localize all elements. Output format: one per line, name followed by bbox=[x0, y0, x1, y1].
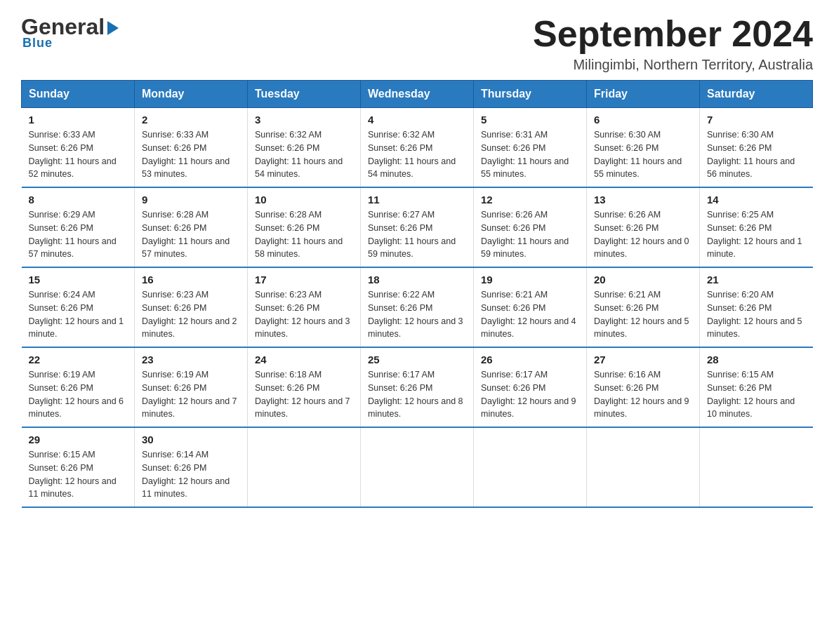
day-number: 4 bbox=[368, 114, 466, 126]
calendar-day-cell: 11Sunrise: 6:27 AMSunset: 6:26 PMDayligh… bbox=[361, 187, 474, 267]
calendar-week-row: 1Sunrise: 6:33 AMSunset: 6:26 PMDaylight… bbox=[22, 108, 813, 188]
calendar-day-cell: 15Sunrise: 6:24 AMSunset: 6:26 PMDayligh… bbox=[22, 267, 135, 347]
day-info: Sunrise: 6:19 AMSunset: 6:26 PMDaylight:… bbox=[142, 368, 240, 421]
day-number: 13 bbox=[594, 194, 692, 206]
day-info: Sunrise: 6:20 AMSunset: 6:26 PMDaylight:… bbox=[707, 288, 806, 341]
calendar-day-cell: 29Sunrise: 6:15 AMSunset: 6:26 PMDayligh… bbox=[22, 427, 135, 507]
day-info: Sunrise: 6:30 AMSunset: 6:26 PMDaylight:… bbox=[594, 128, 692, 181]
calendar-week-row: 8Sunrise: 6:29 AMSunset: 6:26 PMDaylight… bbox=[22, 187, 813, 267]
calendar-day-cell: 1Sunrise: 6:33 AMSunset: 6:26 PMDaylight… bbox=[22, 108, 135, 188]
day-number: 7 bbox=[707, 114, 806, 126]
day-info: Sunrise: 6:14 AMSunset: 6:26 PMDaylight:… bbox=[142, 448, 240, 501]
calendar-day-cell bbox=[361, 427, 474, 507]
calendar-day-cell: 18Sunrise: 6:22 AMSunset: 6:26 PMDayligh… bbox=[361, 267, 474, 347]
calendar-day-cell: 7Sunrise: 6:30 AMSunset: 6:26 PMDaylight… bbox=[700, 108, 813, 188]
calendar-day-cell bbox=[587, 427, 700, 507]
calendar-day-cell: 4Sunrise: 6:32 AMSunset: 6:26 PMDaylight… bbox=[361, 108, 474, 188]
calendar-day-cell: 3Sunrise: 6:32 AMSunset: 6:26 PMDaylight… bbox=[248, 108, 361, 188]
calendar-header-row: Sunday Monday Tuesday Wednesday Thursday… bbox=[22, 81, 813, 108]
day-info: Sunrise: 6:21 AMSunset: 6:26 PMDaylight:… bbox=[594, 288, 692, 341]
day-info: Sunrise: 6:17 AMSunset: 6:26 PMDaylight:… bbox=[368, 368, 466, 421]
day-info: Sunrise: 6:27 AMSunset: 6:26 PMDaylight:… bbox=[368, 208, 466, 261]
day-number: 2 bbox=[142, 114, 240, 126]
day-number: 9 bbox=[142, 194, 240, 206]
day-info: Sunrise: 6:25 AMSunset: 6:26 PMDaylight:… bbox=[707, 208, 806, 261]
col-thursday: Thursday bbox=[474, 81, 587, 108]
calendar-week-row: 15Sunrise: 6:24 AMSunset: 6:26 PMDayligh… bbox=[22, 267, 813, 347]
day-number: 20 bbox=[594, 274, 692, 286]
calendar-day-cell: 14Sunrise: 6:25 AMSunset: 6:26 PMDayligh… bbox=[700, 187, 813, 267]
calendar-day-cell: 28Sunrise: 6:15 AMSunset: 6:26 PMDayligh… bbox=[700, 347, 813, 427]
day-number: 15 bbox=[29, 274, 128, 286]
calendar-day-cell bbox=[700, 427, 813, 507]
calendar-day-cell: 5Sunrise: 6:31 AMSunset: 6:26 PMDaylight… bbox=[474, 108, 587, 188]
calendar-day-cell: 2Sunrise: 6:33 AMSunset: 6:26 PMDaylight… bbox=[135, 108, 248, 188]
calendar-day-cell: 21Sunrise: 6:20 AMSunset: 6:26 PMDayligh… bbox=[700, 267, 813, 347]
calendar-day-cell: 6Sunrise: 6:30 AMSunset: 6:26 PMDaylight… bbox=[587, 108, 700, 188]
day-info: Sunrise: 6:23 AMSunset: 6:26 PMDaylight:… bbox=[142, 288, 240, 341]
day-number: 17 bbox=[255, 274, 353, 286]
day-number: 28 bbox=[707, 354, 806, 365]
day-info: Sunrise: 6:22 AMSunset: 6:26 PMDaylight:… bbox=[368, 288, 466, 341]
day-info: Sunrise: 6:26 AMSunset: 6:26 PMDaylight:… bbox=[594, 208, 692, 261]
col-saturday: Saturday bbox=[700, 81, 813, 108]
day-info: Sunrise: 6:28 AMSunset: 6:26 PMDaylight:… bbox=[142, 208, 240, 261]
calendar-day-cell: 12Sunrise: 6:26 AMSunset: 6:26 PMDayligh… bbox=[474, 187, 587, 267]
calendar-day-cell bbox=[474, 427, 587, 507]
day-number: 12 bbox=[481, 194, 579, 206]
day-number: 3 bbox=[255, 114, 353, 126]
day-number: 8 bbox=[29, 194, 128, 206]
day-info: Sunrise: 6:32 AMSunset: 6:26 PMDaylight:… bbox=[368, 128, 466, 181]
calendar-day-cell: 23Sunrise: 6:19 AMSunset: 6:26 PMDayligh… bbox=[135, 347, 248, 427]
col-tuesday: Tuesday bbox=[248, 81, 361, 108]
day-info: Sunrise: 6:29 AMSunset: 6:26 PMDaylight:… bbox=[29, 208, 128, 261]
calendar-day-cell: 9Sunrise: 6:28 AMSunset: 6:26 PMDaylight… bbox=[135, 187, 248, 267]
calendar-day-cell bbox=[248, 427, 361, 507]
calendar-day-cell: 30Sunrise: 6:14 AMSunset: 6:26 PMDayligh… bbox=[135, 427, 248, 507]
day-number: 6 bbox=[594, 114, 692, 126]
col-monday: Monday bbox=[135, 81, 248, 108]
calendar-day-cell: 27Sunrise: 6:16 AMSunset: 6:26 PMDayligh… bbox=[587, 347, 700, 427]
day-info: Sunrise: 6:30 AMSunset: 6:26 PMDaylight:… bbox=[707, 128, 806, 181]
day-number: 23 bbox=[142, 354, 240, 365]
day-info: Sunrise: 6:32 AMSunset: 6:26 PMDaylight:… bbox=[255, 128, 353, 181]
day-number: 14 bbox=[707, 194, 806, 206]
day-info: Sunrise: 6:15 AMSunset: 6:26 PMDaylight:… bbox=[707, 368, 806, 421]
day-info: Sunrise: 6:16 AMSunset: 6:26 PMDaylight:… bbox=[594, 368, 692, 421]
day-number: 21 bbox=[707, 274, 806, 286]
day-number: 10 bbox=[255, 194, 353, 206]
day-info: Sunrise: 6:23 AMSunset: 6:26 PMDaylight:… bbox=[255, 288, 353, 341]
day-info: Sunrise: 6:28 AMSunset: 6:26 PMDaylight:… bbox=[255, 208, 353, 261]
calendar-day-cell: 17Sunrise: 6:23 AMSunset: 6:26 PMDayligh… bbox=[248, 267, 361, 347]
calendar-table: Sunday Monday Tuesday Wednesday Thursday… bbox=[21, 80, 813, 508]
day-info: Sunrise: 6:31 AMSunset: 6:26 PMDaylight:… bbox=[481, 128, 579, 181]
day-number: 1 bbox=[29, 114, 128, 126]
day-number: 5 bbox=[481, 114, 579, 126]
calendar-day-cell: 26Sunrise: 6:17 AMSunset: 6:26 PMDayligh… bbox=[474, 347, 587, 427]
location-subtitle: Milingimbi, Northern Territory, Australi… bbox=[533, 57, 813, 73]
day-info: Sunrise: 6:26 AMSunset: 6:26 PMDaylight:… bbox=[481, 208, 579, 261]
calendar-day-cell: 22Sunrise: 6:19 AMSunset: 6:26 PMDayligh… bbox=[22, 347, 135, 427]
calendar-day-cell: 8Sunrise: 6:29 AMSunset: 6:26 PMDaylight… bbox=[22, 187, 135, 267]
logo: General Blue bbox=[21, 14, 119, 51]
logo-arrow-icon bbox=[107, 21, 119, 35]
day-info: Sunrise: 6:18 AMSunset: 6:26 PMDaylight:… bbox=[255, 368, 353, 421]
day-number: 29 bbox=[29, 434, 128, 445]
logo-blue-text: Blue bbox=[21, 36, 53, 51]
day-info: Sunrise: 6:33 AMSunset: 6:26 PMDaylight:… bbox=[142, 128, 240, 181]
day-info: Sunrise: 6:17 AMSunset: 6:26 PMDaylight:… bbox=[481, 368, 579, 421]
day-info: Sunrise: 6:33 AMSunset: 6:26 PMDaylight:… bbox=[29, 128, 128, 181]
day-number: 27 bbox=[594, 354, 692, 365]
day-number: 16 bbox=[142, 274, 240, 286]
day-number: 30 bbox=[142, 434, 240, 445]
title-area: September 2024 Milingimbi, Northern Terr… bbox=[533, 14, 813, 73]
day-info: Sunrise: 6:24 AMSunset: 6:26 PMDaylight:… bbox=[29, 288, 128, 341]
calendar-day-cell: 19Sunrise: 6:21 AMSunset: 6:26 PMDayligh… bbox=[474, 267, 587, 347]
header: General Blue September 2024 Milingimbi, … bbox=[21, 14, 813, 73]
day-number: 19 bbox=[481, 274, 579, 286]
day-info: Sunrise: 6:19 AMSunset: 6:26 PMDaylight:… bbox=[29, 368, 128, 421]
page-title: September 2024 bbox=[533, 14, 813, 54]
day-info: Sunrise: 6:21 AMSunset: 6:26 PMDaylight:… bbox=[481, 288, 579, 341]
col-sunday: Sunday bbox=[22, 81, 135, 108]
calendar-day-cell: 20Sunrise: 6:21 AMSunset: 6:26 PMDayligh… bbox=[587, 267, 700, 347]
